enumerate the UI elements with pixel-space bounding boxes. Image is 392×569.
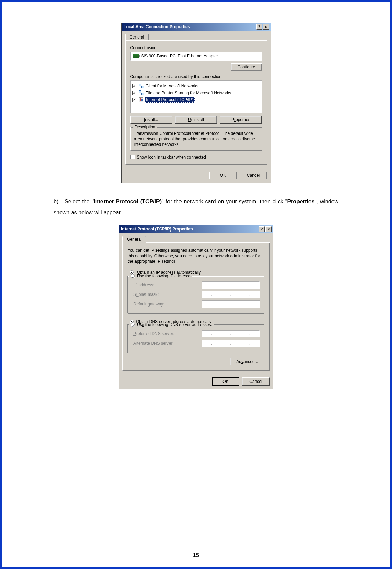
radio-use-ip[interactable]: Use the following IP address:: [129, 273, 192, 278]
tab-general[interactable]: General: [122, 236, 146, 243]
dialog-title: Local Area Connection Properties: [124, 24, 255, 29]
alt-dns-input[interactable]: ...: [202, 340, 260, 347]
show-icon-row[interactable]: Show icon in taskbar when connected: [130, 155, 262, 160]
configure-label: onfigure: [240, 65, 255, 69]
adapter-field: SiS 900-Based PCI Fast Ethernet Adapter: [130, 52, 262, 61]
network-card-icon: [133, 54, 139, 58]
ip-address-input[interactable]: ...: [202, 281, 260, 289]
tab-panel: You can get IP settings assigned automat…: [122, 243, 270, 371]
alt-dns-row: Alternate DNS server: ...: [133, 340, 260, 347]
instruction-paragraph: b) Select the "Internet Protocol (TCP/IP…: [54, 196, 338, 218]
install-button[interactable]: Install...: [130, 116, 172, 124]
page-number: 15: [2, 552, 390, 558]
properties-button[interactable]: Properties: [220, 116, 262, 124]
tcpip-properties-dialog: Internet Protocol (TCP/IP) Properties ? …: [119, 225, 273, 390]
gateway-label: Default gateway:: [133, 302, 202, 307]
dialog1-wrap: Local Area Connection Properties ? × Gen…: [26, 23, 366, 183]
checkbox-icon[interactable]: [132, 84, 137, 88]
document-page: Local Area Connection Properties ? × Gen…: [0, 0, 392, 569]
ip-address-label: IP address:: [133, 282, 202, 287]
configure-button[interactable]: Configure: [231, 63, 262, 71]
close-icon: ×: [268, 227, 270, 231]
advanced-button[interactable]: Advanced...: [230, 358, 264, 365]
show-icon-label: Show icon in taskbar when connected: [137, 155, 206, 160]
cancel-button[interactable]: Cancel: [242, 377, 270, 386]
checkbox-unchecked-icon[interactable]: [130, 155, 135, 159]
alt-dns-label: Alternate DNS server:: [133, 341, 202, 346]
tab-label: General: [127, 237, 142, 242]
dns-fieldset: Use the following DNS server addresses: …: [128, 325, 264, 353]
components-listbox[interactable]: Client for Microsoft Networks File and P…: [130, 80, 262, 113]
description-legend: Description: [133, 125, 157, 129]
description-groupbox: Description Transmission Control Protoco…: [130, 127, 262, 151]
radio-label: Use the following IP address:: [137, 273, 190, 278]
uninstall-button[interactable]: Uninstall: [175, 116, 217, 124]
list-item[interactable]: Internet Protocol (TCP/IP): [132, 96, 260, 103]
tcpip-icon: [139, 97, 143, 102]
gateway-row: Default gateway: ...: [133, 300, 260, 308]
subnet-label: Subnet mask:: [133, 292, 202, 297]
pref-dns-input[interactable]: ...: [202, 330, 260, 337]
titlebar: Internet Protocol (TCP/IP) Properties ? …: [119, 225, 273, 233]
description-text: Transmission Control Protocol/Internet P…: [134, 131, 258, 148]
titlebar: Local Area Connection Properties ? ×: [122, 23, 271, 31]
item-label: Client for Microsoft Networks: [146, 84, 198, 88]
subnet-row: Subnet mask: ...: [133, 291, 260, 298]
bold-term: Properties: [287, 198, 314, 204]
fileshare-icon: [139, 90, 144, 95]
pref-dns-row: Preferred DNS server: ...: [133, 330, 260, 337]
checkbox-icon[interactable]: [132, 91, 137, 95]
components-label: Components checked are used by this conn…: [130, 74, 262, 79]
adapter-name: SiS 900-Based PCI Fast Ethernet Adapter: [141, 54, 218, 58]
radio-label: Use the following DNS server addresses:: [137, 322, 212, 327]
ok-button[interactable]: OK: [212, 377, 239, 386]
close-icon: ×: [265, 25, 267, 29]
help-button[interactable]: ?: [259, 226, 265, 232]
gateway-input[interactable]: ...: [202, 300, 260, 308]
bold-term: Internet Protocol (TCP/IP): [94, 198, 162, 204]
client-icon: [139, 84, 144, 88]
item-label: File and Printer Sharing for Microsoft N…: [146, 90, 231, 95]
close-button[interactable]: ×: [265, 226, 272, 232]
local-area-connection-dialog: Local Area Connection Properties ? × Gen…: [121, 23, 271, 183]
list-item[interactable]: File and Printer Sharing for Microsoft N…: [132, 89, 260, 96]
help-button[interactable]: ?: [256, 24, 262, 30]
dialog-body: General Connect using: SiS 900-Based PCI…: [122, 31, 271, 168]
help-icon: ?: [258, 25, 260, 29]
help-icon: ?: [261, 227, 263, 231]
dialog-title: Internet Protocol (TCP/IP) Properties: [121, 227, 258, 232]
pref-dns-label: Preferred DNS server:: [133, 331, 202, 336]
ok-button[interactable]: OK: [209, 172, 237, 179]
subnet-input[interactable]: ...: [202, 291, 260, 298]
close-button[interactable]: ×: [263, 24, 269, 30]
tab-general[interactable]: General: [125, 34, 149, 40]
radio-unchecked-icon[interactable]: [131, 274, 135, 278]
tabstrip: General: [122, 236, 270, 243]
tab-label: General: [130, 35, 144, 40]
dialog-footer: OK Cancel: [119, 374, 273, 389]
dialog-body: General You can get IP settings assigned…: [119, 233, 273, 374]
radio-use-dns[interactable]: Use the following DNS server addresses:: [129, 322, 214, 327]
checkbox-icon[interactable]: [132, 98, 137, 102]
list-item[interactable]: Client for Microsoft Networks: [132, 83, 260, 89]
instruction-text: Select the "Internet Protocol (TCP/IP)" …: [54, 198, 338, 215]
item-label-selected: Internet Protocol (TCP/IP): [145, 97, 195, 103]
tab-panel: Connect using: SiS 900-Based PCI Fast Et…: [125, 40, 267, 165]
dialog-footer: OK Cancel: [122, 168, 271, 183]
cancel-button[interactable]: Cancel: [240, 172, 267, 179]
info-text: You can get IP settings assigned automat…: [128, 248, 264, 265]
tabstrip: General: [125, 33, 267, 40]
connect-using-label: Connect using:: [130, 45, 262, 50]
ip-address-row: IP address: ...: [133, 281, 260, 289]
dialog2-wrap: Internet Protocol (TCP/IP) Properties ? …: [26, 225, 366, 390]
list-marker: b): [54, 196, 63, 207]
radio-unchecked-icon[interactable]: [131, 323, 135, 327]
ip-fieldset: Use the following IP address: IP address…: [128, 276, 264, 314]
